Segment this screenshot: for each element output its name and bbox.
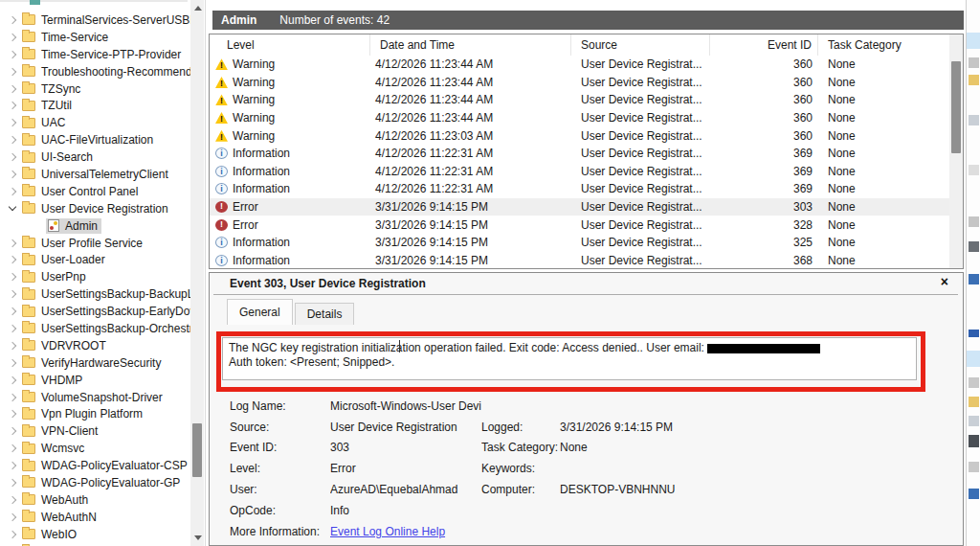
chevron-right-icon[interactable]	[8, 308, 20, 314]
tree-item[interactable]: TZSync	[0, 80, 190, 98]
tree-item[interactable]: TZUtil	[0, 97, 190, 114]
chevron-right-icon[interactable]	[8, 86, 20, 92]
chevron-right-icon[interactable]	[8, 257, 20, 262]
actions-pane-icon[interactable]	[969, 165, 979, 175]
event-description-box[interactable]: The NGC key registration initialization …	[222, 337, 917, 380]
tree-item[interactable]: Troubleshooting-Recommend	[0, 63, 190, 80]
chevron-right-icon[interactable]	[8, 377, 20, 383]
event-row[interactable]: Warning 4/12/2026 11:23:44 AM User Devic…	[210, 91, 949, 109]
detail-tab[interactable]: Details	[295, 303, 355, 325]
chevron-right-icon[interactable]	[8, 52, 20, 57]
close-icon[interactable]: ×	[941, 275, 948, 288]
event-row[interactable]: Information 3/31/2026 9:14:15 PM User De…	[210, 252, 949, 268]
tree-item[interactable]: User Profile Service	[0, 235, 190, 252]
actions-pane-icon[interactable]	[969, 274, 979, 284]
tree-item[interactable]: WDAG-PolicyEvaluator-CSP	[0, 457, 190, 474]
chevron-right-icon[interactable]	[8, 120, 20, 125]
tree-item[interactable]: UserSettingsBackup-Orchestr	[0, 320, 190, 337]
chevron-right-icon[interactable]	[8, 326, 20, 331]
column-header-source[interactable]: Source	[571, 34, 710, 56]
tree-item[interactable]: Wcmsvc	[0, 440, 190, 457]
actions-pane-icon[interactable]	[969, 57, 979, 68]
chevron-right-icon[interactable]	[8, 291, 20, 297]
tree-item[interactable]: UniversalTelemetryClient	[0, 166, 190, 183]
tree-item[interactable]: Vpn Plugin Platform	[0, 405, 190, 422]
actions-pane-icon[interactable]	[969, 435, 979, 447]
event-row[interactable]: Information 4/12/2026 11:22:31 AM User D…	[210, 145, 949, 163]
event-row[interactable]: Warning 4/12/2026 11:23:44 AM User Devic…	[210, 109, 949, 127]
scroll-down-icon[interactable]	[194, 535, 202, 540]
tree-item[interactable]: UserSettingsBackup-EarlyDov	[0, 303, 190, 320]
chevron-right-icon[interactable]	[8, 411, 20, 417]
tree-item[interactable]: User Device Registration	[0, 200, 190, 217]
chevron-right-icon[interactable]	[8, 154, 20, 160]
tree-item[interactable]: VerifyHardwareSecurity	[0, 354, 190, 372]
actions-pane-icon[interactable]	[969, 462, 979, 472]
chevron-right-icon[interactable]	[8, 428, 20, 434]
tree-item[interactable]: VolumeSnapshot-Driver	[0, 389, 190, 406]
chevron-right-icon[interactable]	[8, 360, 20, 366]
actions-pane-icon[interactable]	[969, 416, 979, 426]
actions-pane-icon[interactable]	[969, 241, 979, 252]
chevron-right-icon[interactable]	[8, 532, 20, 537]
column-header-eventid[interactable]: Event ID	[710, 34, 818, 56]
event-row[interactable]: Information 3/31/2026 9:14:15 PM User De…	[210, 234, 949, 252]
actions-pane-icon[interactable]	[969, 330, 979, 337]
tree-item[interactable]: Admin	[0, 217, 190, 235]
actions-pane-icon[interactable]	[969, 115, 979, 125]
chevron-right-icon[interactable]	[8, 343, 20, 349]
tree-item[interactable]: User-Loader	[0, 251, 190, 268]
tree-item[interactable]: UI-Search	[0, 148, 190, 166]
event-row[interactable]: Warning 4/12/2026 11:23:03 AM User Devic…	[210, 126, 949, 145]
tree-item[interactable]: UAC	[0, 114, 190, 131]
chevron-right-icon[interactable]	[8, 102, 20, 108]
chevron-right-icon[interactable]	[8, 137, 20, 143]
tree-item[interactable]: UserPnp	[0, 268, 190, 285]
chevron-right-icon[interactable]	[8, 480, 20, 486]
chevron-right-icon[interactable]	[8, 171, 20, 177]
event-row[interactable]: Error 3/31/2026 9:14:15 PM User Device R…	[210, 216, 949, 234]
tree-item[interactable]: VHDMP	[0, 372, 190, 389]
chevron-right-icon[interactable]	[8, 463, 20, 468]
chevron-right-icon[interactable]	[8, 395, 20, 400]
tree-item[interactable]: WebAuth	[0, 491, 190, 509]
tree-item[interactable]: Time-Service	[0, 29, 190, 46]
event-row[interactable]: Information 4/12/2026 11:22:31 AM User D…	[210, 163, 949, 181]
actions-pane-icon[interactable]	[969, 377, 979, 388]
actions-pane-icon[interactable]	[969, 75, 979, 85]
chevron-right-icon[interactable]	[8, 34, 20, 40]
actions-pane-icon[interactable]	[969, 489, 979, 499]
chevron-right-icon[interactable]	[8, 207, 20, 210]
tree-item[interactable]: VPN-Client	[0, 422, 190, 440]
chevron-right-icon[interactable]	[8, 189, 20, 194]
event-row[interactable]: Information 4/12/2026 11:22:31 AM User D…	[210, 180, 949, 198]
column-header-taskcategory[interactable]: Task Category	[818, 34, 949, 56]
chevron-right-icon[interactable]	[8, 497, 20, 503]
tree-item[interactable]: Time-Service-PTP-Provider	[0, 46, 190, 63]
tree-item[interactable]: User Control Panel	[0, 183, 190, 200]
chevron-right-icon[interactable]	[8, 274, 20, 280]
tree-item[interactable]: WebAuthN	[0, 509, 190, 526]
chevron-right-icon[interactable]	[8, 514, 20, 520]
actions-pane-item[interactable]	[967, 351, 980, 367]
actions-pane-icon[interactable]	[969, 397, 979, 407]
tree-item[interactable]: TerminalServices-ServerUSBD	[0, 11, 190, 29]
event-row[interactable]: Warning 4/12/2026 11:23:44 AM User Devic…	[210, 56, 949, 74]
tree-item[interactable]: VDRVROOT	[0, 337, 190, 354]
chevron-right-icon[interactable]	[8, 445, 20, 451]
scrollbar-thumb[interactable]	[192, 423, 202, 477]
actions-pane-item[interactable]	[967, 33, 980, 49]
tree-item[interactable]: WebIO	[0, 526, 190, 543]
event-row[interactable]: Warning 4/12/2026 11:23:44 AM User Devic…	[210, 74, 949, 92]
chevron-right-icon[interactable]	[8, 240, 20, 246]
sidebar-scrollbar[interactable]	[190, 0, 204, 546]
chevron-right-icon[interactable]	[8, 17, 20, 23]
detail-tab[interactable]: General	[227, 299, 293, 325]
tree-item[interactable]: WDAG-PolicyEvaluator-GP	[0, 474, 190, 491]
column-header-level[interactable]: Level	[210, 34, 370, 56]
scroll-up-icon[interactable]	[194, 6, 202, 11]
actions-pane-icon[interactable]	[969, 216, 979, 227]
tree-item[interactable]: UserSettingsBackup-BackupL	[0, 285, 190, 303]
scrollbar-thumb[interactable]	[951, 61, 961, 153]
tree-item[interactable]: UAC-FileVirtualization	[0, 131, 190, 148]
